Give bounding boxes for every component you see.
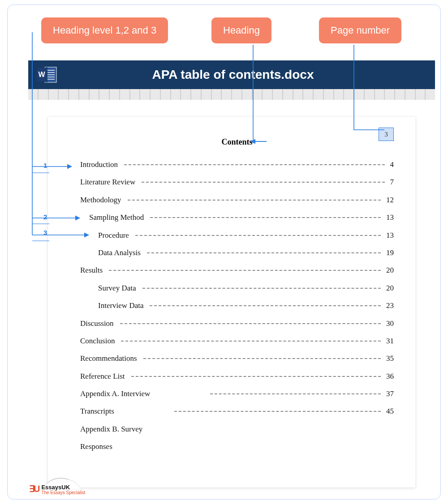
toc-entry-page: 19 [383, 248, 394, 257]
toc-entry-page: 7 [388, 178, 394, 187]
toc-entry-label: Reference List [80, 372, 129, 381]
toc-entry-page: 13 [383, 231, 394, 240]
document-filename: APA table of contents.docx [58, 68, 408, 82]
brand-mark: ∃U [29, 484, 39, 493]
toc-row: Conclusion31 [80, 337, 394, 346]
toc-entry-label: Responses [80, 442, 116, 451]
toc-entry-page: 13 [383, 213, 394, 222]
toc-entry-label: Procedure [80, 231, 133, 240]
document-page: 3 Contents Introduction4Literature Revie… [48, 117, 415, 487]
callout-heading-levels: Heading level 1,2 and 3 [41, 17, 168, 43]
toc-entry-label: Data Analysis [80, 248, 144, 257]
table-of-contents: Introduction4Literature Review7Methodolo… [80, 160, 394, 452]
callout-page-number: Page number [319, 17, 401, 43]
brand-name: EssaysUK [41, 484, 85, 490]
toc-entry-page: 20 [383, 284, 394, 293]
toc-entry-page: 20 [383, 266, 394, 275]
toc-row: Data Analysis19 [80, 248, 394, 257]
ruler [28, 89, 435, 100]
callout-heading: Heading [211, 17, 271, 43]
contents-heading: Contents [80, 137, 394, 147]
toc-row: Appendix B. Survey [80, 425, 394, 434]
toc-entry-page: 45 [383, 407, 394, 416]
toc-row: Results20 [80, 266, 394, 275]
svg-text:W: W [38, 71, 45, 78]
toc-entry-label: Sampling Method [80, 213, 147, 222]
toc-row: Interview Data23 [80, 301, 394, 310]
toc-entry-page: 35 [383, 354, 394, 363]
outer-frame: Heading level 1,2 and 3 Heading Page num… [7, 4, 441, 500]
toc-entry-page: 12 [383, 196, 394, 205]
toc-entry-label: Methodology [80, 196, 125, 205]
toc-row: Introduction4 [80, 160, 394, 169]
toc-entry-label: Conclusion [80, 337, 118, 346]
toc-entry-page: 31 [383, 337, 394, 346]
toc-entry-page: 36 [383, 372, 394, 381]
toc-entry-label: Discussion [80, 319, 117, 328]
toc-row: Literature Review7 [80, 178, 394, 187]
toc-row: Sampling Method13 [80, 213, 394, 222]
toc-entry-page: 37 [383, 389, 394, 398]
toc-entry-label: Interview Data [80, 301, 147, 310]
toc-entry-label: Literature Review [80, 178, 139, 187]
toc-row: Survey Data20 [80, 284, 394, 293]
level-marker-1: 1 [43, 162, 47, 169]
toc-row: Procedure13 [80, 231, 394, 240]
level-marker-3: 3 [43, 229, 47, 236]
brand-logo: ∃U EssaysUK The Essays Specialist [29, 484, 85, 495]
toc-entry-page: 4 [388, 160, 394, 169]
toc-row: Methodology12 [80, 196, 394, 205]
titlebar: W APA table of contents.docx [28, 60, 435, 89]
toc-entry-page: 30 [383, 319, 394, 328]
toc-row: Recommendations35 [80, 354, 394, 363]
toc-row: Transcripts45 [80, 407, 394, 416]
level-marker-2: 2 [43, 213, 47, 221]
toc-row: Responses [80, 442, 394, 451]
toc-entry-label: Introduction [80, 160, 121, 169]
toc-entry-label: Appendix B. Survey [80, 425, 146, 434]
toc-row: Appendix A. Interview37 [80, 389, 394, 398]
brand-tagline: The Essays Specialist [41, 490, 85, 495]
page-number-box: 3 [379, 128, 394, 141]
toc-row: Reference List36 [80, 372, 394, 381]
word-app-icon: W [36, 66, 58, 84]
toc-entry-page: 23 [383, 301, 394, 310]
toc-row: Discussion30 [80, 319, 394, 328]
toc-entry-label: Survey Data [80, 284, 140, 293]
toc-entry-label: Appendix A. Interview [80, 389, 154, 398]
toc-entry-label: Transcripts [80, 407, 118, 416]
toc-entry-label: Results [80, 266, 106, 275]
toc-entry-label: Recommendations [80, 354, 141, 363]
